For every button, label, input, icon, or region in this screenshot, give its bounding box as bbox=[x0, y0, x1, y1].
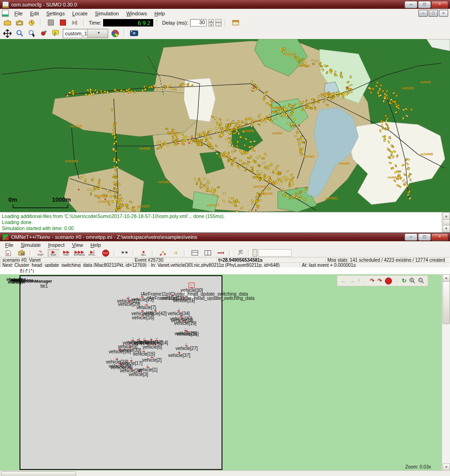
sumo-menu-simulation[interactable]: Simulation bbox=[92, 10, 122, 17]
options-wrench-icon[interactable] bbox=[234, 249, 246, 257]
mdi-restore-button[interactable]: □ bbox=[429, 10, 438, 17]
node-vehicle-26-[interactable]: →vehicle[26] bbox=[176, 327, 199, 336]
node-vehicle-16-[interactable]: →vehicle[16] bbox=[132, 311, 154, 320]
delay-input[interactable]: 30 bbox=[190, 19, 207, 26]
new-run-icon[interactable]: # bbox=[2, 249, 14, 257]
open-config-icon[interactable] bbox=[2, 18, 13, 27]
view-scheme-select[interactable]: custom_1 ▼ bbox=[63, 29, 108, 38]
stop-button[interactable]: STOP bbox=[99, 249, 111, 257]
vehicle-marker bbox=[409, 190, 410, 192]
sumo-titlebar[interactable]: osm.sumocfg - SUMO 0.30.0 − □ × bbox=[0, 0, 450, 9]
sumo-menu-locate[interactable]: Locate bbox=[69, 10, 91, 17]
record-button[interactable]: ●REC bbox=[137, 249, 150, 257]
vsplit-icon[interactable] bbox=[202, 249, 214, 257]
node-label: vehicle[2] bbox=[142, 358, 162, 362]
open-network-icon[interactable] bbox=[14, 18, 25, 27]
sumo-menu-settings[interactable]: Settings bbox=[43, 10, 68, 17]
fast-button[interactable]: ▶▶FAST bbox=[60, 249, 72, 257]
until-button[interactable]: ▶|UNTIL... bbox=[86, 249, 98, 257]
parent-icon[interactable]: ↑ bbox=[358, 278, 360, 284]
node-vehicle-30-[interactable]: →vehicle[30] bbox=[181, 283, 203, 292]
omnet-menu-help[interactable]: Help bbox=[87, 241, 104, 249]
timeline-strip[interactable] bbox=[0, 268, 450, 275]
sumo-maximize-button[interactable]: □ bbox=[418, 1, 431, 8]
node-vehicle-3-[interactable]: →vehicle[3] bbox=[129, 368, 148, 377]
forward-icon[interactable]: → bbox=[349, 278, 355, 284]
hsplit-icon[interactable] bbox=[189, 249, 201, 257]
omnet-menu-simulate[interactable]: Simulate bbox=[18, 241, 44, 249]
omnet-menu-inspect[interactable]: Inspect bbox=[45, 241, 68, 249]
zoom-out-icon[interactable] bbox=[418, 278, 424, 284]
network-graph-icon[interactable] bbox=[157, 249, 169, 257]
fast-until-module-icon[interactable]: ↷ bbox=[378, 278, 382, 284]
vehicle-marker bbox=[382, 127, 384, 129]
reload-icon[interactable] bbox=[26, 18, 37, 27]
sumo-close-button[interactable]: × bbox=[431, 1, 448, 8]
vehicle-marker bbox=[239, 137, 241, 138]
omnet-restore-button[interactable]: □ bbox=[418, 233, 431, 241]
run-until-module-icon[interactable]: ↷ bbox=[370, 278, 375, 284]
node-vehicle-10-[interactable]: →vehicle[10] bbox=[109, 345, 131, 354]
scroll-up-icon[interactable]: ▲ bbox=[443, 212, 450, 220]
zoom-in-icon[interactable] bbox=[409, 278, 415, 284]
mdi-close-button[interactable]: × bbox=[439, 10, 448, 17]
omnet-titlebar[interactable]: OMNeT++/Tkenv - scenario #0 - omnetpp.in… bbox=[0, 233, 450, 241]
recenter-icon[interactable] bbox=[2, 29, 13, 38]
node-vehicle-37-[interactable]: →vehicle[37] bbox=[168, 349, 190, 357]
sumo-minimize-button[interactable]: − bbox=[404, 1, 417, 8]
incident-dot bbox=[271, 182, 273, 184]
sumo-menu-windows[interactable]: Windows bbox=[123, 10, 150, 17]
incident-dot bbox=[191, 137, 193, 139]
canvas-vscrollbar[interactable]: ▲ ▼ bbox=[442, 274, 450, 471]
omnet-menu-view[interactable]: View bbox=[69, 241, 86, 249]
new-view-icon[interactable] bbox=[230, 18, 241, 27]
run-button[interactable] bbox=[46, 18, 56, 27]
sumo-menu-edit[interactable]: Edit bbox=[27, 10, 42, 17]
scroll-up-icon[interactable]: ▲ bbox=[443, 274, 450, 282]
sumo-map-canvas[interactable]: veh201veh13veh41veh50veh92veh998veh94veh… bbox=[0, 39, 450, 212]
step-button[interactable]: ↷STEP bbox=[34, 249, 46, 257]
timeline-icon[interactable] bbox=[215, 249, 227, 257]
color-wheel-icon[interactable] bbox=[110, 29, 120, 38]
omnet-close-button[interactable]: × bbox=[431, 233, 448, 241]
finish-flags-icon[interactable]: ⚑⚑ bbox=[118, 249, 130, 257]
node-vehicle-11-[interactable]: →vehicle[11] bbox=[173, 294, 195, 303]
fes-icon[interactable]: ⇉ bbox=[170, 249, 182, 257]
stop-button[interactable] bbox=[58, 18, 68, 27]
vehicle-marker bbox=[112, 200, 113, 203]
vehicle-marker bbox=[232, 145, 233, 147]
node-lte1[interactable]: | lte1 bbox=[40, 280, 48, 288]
vehicle-marker bbox=[389, 162, 392, 164]
back-icon[interactable]: ← bbox=[341, 278, 346, 284]
express-button[interactable]: ▶▶▶EXPRESS bbox=[73, 249, 85, 257]
sumo-menu-file[interactable]: File bbox=[11, 10, 26, 17]
stop-icon[interactable] bbox=[385, 278, 392, 284]
run-button[interactable]: ▶RUN bbox=[47, 249, 59, 257]
omnet-minimize-button[interactable]: − bbox=[404, 233, 417, 241]
omnet-menu-file[interactable]: File bbox=[2, 241, 17, 249]
node-vehicle-2-[interactable]: →vehicle[2] bbox=[142, 353, 162, 362]
delay-scroller[interactable]: ── bbox=[215, 19, 222, 26]
omnet-network-canvas[interactable]: obstaclesannotationsconnectionManagerman… bbox=[0, 274, 442, 471]
inspect-icon[interactable]: ? bbox=[39, 29, 49, 38]
status-event: Event #25730 bbox=[132, 257, 216, 262]
canvas-hscrollbar[interactable] bbox=[0, 470, 450, 476]
incident-dot bbox=[78, 189, 80, 191]
log-scrollbar[interactable]: ▲ ▼ bbox=[442, 212, 450, 232]
locate-icon[interactable] bbox=[26, 29, 37, 38]
screenshot-icon[interactable] bbox=[129, 29, 139, 38]
tooltip-icon[interactable]: p bbox=[51, 29, 61, 38]
scroll-down-icon[interactable]: ▼ bbox=[443, 225, 450, 232]
open-file-icon[interactable] bbox=[15, 249, 27, 257]
sumo-map-svg: veh201veh13veh41veh50veh92veh998veh94veh… bbox=[0, 39, 450, 212]
node-vehicle-19-[interactable]: →vehicle[19] bbox=[174, 317, 196, 325]
sumo-menu-help[interactable]: Help bbox=[151, 10, 169, 17]
relayout-icon[interactable]: ↻ bbox=[402, 278, 406, 284]
vehicle-marker bbox=[384, 139, 385, 141]
vehicle-marker bbox=[304, 191, 307, 193]
mdi-minimize-button[interactable]: − bbox=[418, 10, 428, 17]
zoom-icon[interactable] bbox=[14, 29, 25, 38]
delay-spinner[interactable]: ▲▼ bbox=[209, 19, 214, 26]
step-button[interactable] bbox=[70, 18, 80, 27]
scroll-down-icon[interactable]: ▼ bbox=[443, 463, 450, 471]
